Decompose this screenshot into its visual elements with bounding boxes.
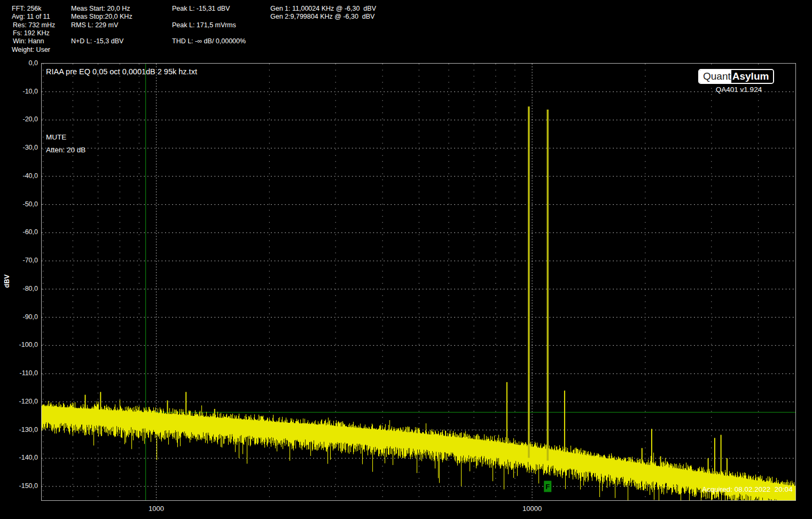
firmware-version: QA401 v1.924 [698,86,779,94]
stat-weight: Weight: User [12,46,50,54]
y-tick-label: -110,0 [9,369,38,377]
y-tick-label: -90,0 [9,313,38,321]
logo-quant-text: Quant [699,70,731,83]
x-tick-label: 1000 [135,505,178,513]
y-tick-label: -140,0 [9,454,38,461]
y-tick-label: -150,0 [9,482,38,490]
stat-res: Res: 732 mHz [13,21,55,29]
y-tick-label: -20,0 [9,115,38,123]
atten-indicator: Atten: 20 dB [46,146,85,154]
trace-filename: RIAA pre EQ 0,05 oct 0,0001dB 2 95k hz.t… [46,67,197,76]
stat-nd: N+D L: -15,3 dBV [71,37,123,45]
y-tick-label: -80,0 [9,285,38,292]
y-tick-label: 0,0 [9,59,38,67]
stat-rms: RMS L: 229 mV [71,21,118,29]
x-tick-label: 10000 [511,505,553,513]
mute-indicator: MUTE [46,133,66,141]
spectrum-plot-area[interactable]: F RIAA pre EQ 0,05 oct 0,0001dB 2 95k hz… [41,63,796,501]
stat-meas-stop: Meas Stop:20,0 KHz [71,13,132,21]
y-tick-label: -120,0 [9,398,38,405]
y-tick-label: -100,0 [9,341,38,348]
y-tick-label: -60,0 [9,228,38,236]
gen2-readout: Gen 2:9,799804 KHz @ -6,30 dBV [270,13,374,21]
y-tick-label: -10,0 [9,88,38,95]
y-tick-label: -130,0 [9,426,38,433]
noise-floor-trace [42,400,795,500]
y-tick-label: -50,0 [9,200,38,208]
y-tick-label: -30,0 [9,144,38,151]
y-tick-label: -40,0 [9,172,38,180]
stat-win: Win: Hann [13,37,44,45]
stat-fft: FFT: 256k [12,5,42,13]
stat-peak-mvrms: Peak L: 171,5 mVrms [172,21,236,29]
marker-f[interactable]: F [544,481,551,492]
stat-meas-start: Meas Start: 20,0 Hz [71,5,130,13]
acquired-timestamp: Acquired: 08.02.2022 20:04 [702,485,793,493]
qa401-analyzer-window: { "header": { "fft": "FFT: 256k", "avg":… [0,0,812,519]
stat-thd: THD L: -∞ dB/ 0,00000% [172,37,246,45]
stat-fs: Fs: 192 KHz [13,29,50,37]
logo-asylum-text: Asylum [731,70,774,83]
stat-peak-dbv: Peak L: -15,31 dBV [172,5,230,13]
spectrum-plot-svg[interactable]: F [42,64,795,500]
y-tick-label: -70,0 [9,257,38,264]
stat-avg: Avg: 11 of 11 [12,13,50,21]
quantasylum-logo: Quant Asylum [698,69,774,84]
svg-text:F: F [545,483,550,491]
gen1-readout: Gen 1: 11,00024 KHz @ -6,30 dBV [270,5,376,13]
